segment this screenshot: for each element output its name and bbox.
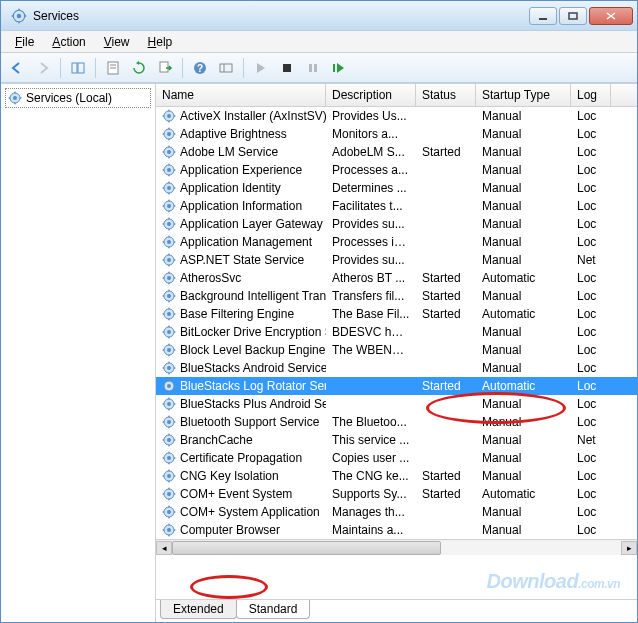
service-name: Bluetooth Support Service bbox=[180, 415, 319, 429]
service-row[interactable]: Adobe LM ServiceAdobeLM S...StartedManua… bbox=[156, 143, 637, 161]
services-icon bbox=[8, 91, 22, 105]
service-startup: Manual bbox=[476, 216, 571, 232]
menu-view[interactable]: View bbox=[96, 33, 138, 51]
menu-file[interactable]: File bbox=[7, 33, 42, 51]
scroll-left-icon[interactable]: ◂ bbox=[156, 541, 172, 555]
tree-root-label: Services (Local) bbox=[26, 91, 112, 105]
service-row[interactable]: Block Level Backup Engine Ser...The WBEN… bbox=[156, 341, 637, 359]
menu-help[interactable]: Help bbox=[140, 33, 181, 51]
tab-extended[interactable]: Extended bbox=[160, 600, 237, 619]
service-name: BlueStacks Plus Android Servi... bbox=[180, 397, 326, 411]
scroll-right-icon[interactable]: ▸ bbox=[621, 541, 637, 555]
service-logon: Loc bbox=[571, 414, 611, 430]
service-desc: Maintains a... bbox=[326, 522, 416, 538]
service-row[interactable]: COM+ System ApplicationManages th...Manu… bbox=[156, 503, 637, 521]
scroll-thumb[interactable] bbox=[172, 541, 441, 555]
help-button[interactable]: ? bbox=[188, 56, 212, 80]
service-name-cell: BitLocker Drive Encryption Ser... bbox=[156, 324, 326, 340]
service-row[interactable]: BitLocker Drive Encryption Ser...BDESVC … bbox=[156, 323, 637, 341]
service-startup: Manual bbox=[476, 162, 571, 178]
service-row[interactable]: Application IdentityDetermines ...Manual… bbox=[156, 179, 637, 197]
service-icon bbox=[162, 487, 176, 501]
service-status bbox=[416, 457, 476, 459]
service-row[interactable]: CNG Key IsolationThe CNG ke...StartedMan… bbox=[156, 467, 637, 485]
service-name: Application Information bbox=[180, 199, 302, 213]
service-row[interactable]: COM+ Event SystemSupports Sy...StartedAu… bbox=[156, 485, 637, 503]
service-row[interactable]: AtherosSvcAtheros BT ...StartedAutomatic… bbox=[156, 269, 637, 287]
stop-service-button[interactable] bbox=[275, 56, 299, 80]
service-logon: Loc bbox=[571, 108, 611, 124]
tree-pane[interactable]: Services (Local) bbox=[1, 84, 156, 622]
service-icon bbox=[162, 217, 176, 231]
restart-service-button[interactable] bbox=[327, 56, 351, 80]
service-name: BitLocker Drive Encryption Ser... bbox=[180, 325, 326, 339]
service-startup: Manual bbox=[476, 342, 571, 358]
col-startup[interactable]: Startup Type bbox=[476, 84, 571, 106]
service-desc: Processes a... bbox=[326, 162, 416, 178]
service-name: Base Filtering Engine bbox=[180, 307, 294, 321]
service-row[interactable]: BlueStacks Android ServiceManualLoc bbox=[156, 359, 637, 377]
export-button[interactable] bbox=[153, 56, 177, 80]
titlebar[interactable]: Services bbox=[1, 1, 637, 31]
service-row[interactable]: Application Layer Gateway Ser...Provides… bbox=[156, 215, 637, 233]
service-startup: Manual bbox=[476, 108, 571, 124]
service-row[interactable]: Computer BrowserMaintains a...ManualLoc bbox=[156, 521, 637, 539]
horizontal-scrollbar[interactable]: ◂ ▸ bbox=[156, 539, 637, 555]
service-row[interactable]: BlueStacks Log Rotator ServiceStartedAut… bbox=[156, 377, 637, 395]
service-name-cell: BlueStacks Android Service bbox=[156, 360, 326, 376]
service-startup: Manual bbox=[476, 198, 571, 214]
service-icon bbox=[162, 271, 176, 285]
service-logon: Loc bbox=[571, 522, 611, 538]
service-logon: Loc bbox=[571, 198, 611, 214]
service-status: Started bbox=[416, 378, 476, 394]
close-button[interactable] bbox=[589, 7, 633, 25]
service-row[interactable]: Application ExperienceProcesses a...Manu… bbox=[156, 161, 637, 179]
service-name-cell: Application Management bbox=[156, 234, 326, 250]
service-row[interactable]: Bluetooth Support ServiceThe Bluetoo...M… bbox=[156, 413, 637, 431]
service-name: ActiveX Installer (AxInstSV) bbox=[180, 109, 326, 123]
service-desc: Provides Us... bbox=[326, 108, 416, 124]
col-status[interactable]: Status bbox=[416, 84, 476, 106]
service-name: CNG Key Isolation bbox=[180, 469, 279, 483]
service-desc: Monitors a... bbox=[326, 126, 416, 142]
maximize-button[interactable] bbox=[559, 7, 587, 25]
service-startup: Manual bbox=[476, 522, 571, 538]
tab-standard[interactable]: Standard bbox=[236, 600, 311, 619]
start-service-button[interactable] bbox=[249, 56, 273, 80]
tree-root[interactable]: Services (Local) bbox=[5, 88, 151, 108]
properties-button[interactable] bbox=[101, 56, 125, 80]
console-tree-button[interactable] bbox=[214, 56, 238, 80]
forward-button[interactable] bbox=[31, 56, 55, 80]
col-description[interactable]: Description bbox=[326, 84, 416, 106]
menu-action[interactable]: Action bbox=[44, 33, 93, 51]
service-row[interactable]: Application ManagementProcesses in...Man… bbox=[156, 233, 637, 251]
refresh-button[interactable] bbox=[127, 56, 151, 80]
col-name[interactable]: Name bbox=[156, 84, 326, 106]
col-logon[interactable]: Log bbox=[571, 84, 611, 106]
service-startup: Manual bbox=[476, 144, 571, 160]
show-hide-button[interactable] bbox=[66, 56, 90, 80]
services-list[interactable]: Name Description Status Startup Type Log… bbox=[156, 84, 637, 600]
service-logon: Loc bbox=[571, 504, 611, 520]
service-row[interactable]: BlueStacks Plus Android Servi...ManualLo… bbox=[156, 395, 637, 413]
service-name-cell: Bluetooth Support Service bbox=[156, 414, 326, 430]
service-row[interactable]: ActiveX Installer (AxInstSV)Provides Us.… bbox=[156, 107, 637, 125]
service-row[interactable]: Application InformationFacilitates t...M… bbox=[156, 197, 637, 215]
service-icon bbox=[162, 181, 176, 195]
service-name: Computer Browser bbox=[180, 523, 280, 537]
back-button[interactable] bbox=[5, 56, 29, 80]
service-startup: Manual bbox=[476, 234, 571, 250]
service-row[interactable]: Base Filtering EngineThe Base Fil...Star… bbox=[156, 305, 637, 323]
svg-rect-17 bbox=[333, 64, 335, 72]
service-row[interactable]: Certificate PropagationCopies user ...Ma… bbox=[156, 449, 637, 467]
service-row[interactable]: Adaptive BrightnessMonitors a...ManualLo… bbox=[156, 125, 637, 143]
service-desc bbox=[326, 403, 416, 405]
service-row[interactable]: BranchCacheThis service ...ManualNet bbox=[156, 431, 637, 449]
service-name-cell: Application Identity bbox=[156, 180, 326, 196]
service-row[interactable]: Background Intelligent Transf...Transfer… bbox=[156, 287, 637, 305]
service-name: Certificate Propagation bbox=[180, 451, 302, 465]
pause-service-button[interactable] bbox=[301, 56, 325, 80]
service-logon: Loc bbox=[571, 378, 611, 394]
service-row[interactable]: ASP.NET State ServiceProvides su...Manua… bbox=[156, 251, 637, 269]
minimize-button[interactable] bbox=[529, 7, 557, 25]
